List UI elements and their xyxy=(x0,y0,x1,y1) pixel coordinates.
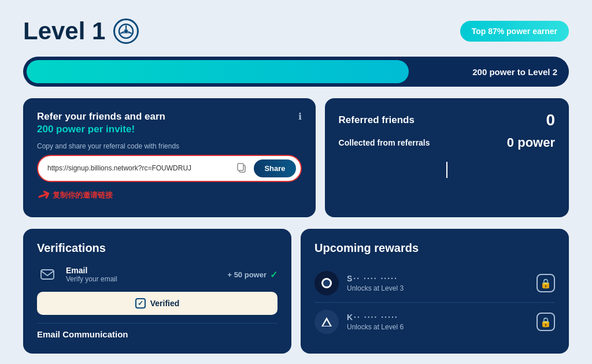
referral-url: https://signup.billions.network?rc=FOUWD… xyxy=(47,164,230,173)
progress-container: 200 power to Level 2 xyxy=(23,57,569,87)
lock-icon-0: 🔒 xyxy=(536,274,555,292)
email-comm-title: Email Communication xyxy=(37,329,278,339)
referral-card: Refer your friends and earn 200 power pe… xyxy=(23,98,316,217)
annotation: ➜ 复制你的邀请链接 xyxy=(37,185,302,205)
reward-info-0: S·· ···· ····· Unlocks at Level 3 xyxy=(347,274,528,292)
collected-row: Collected from referrals 0 power xyxy=(339,135,555,150)
verifications-title: Verifications xyxy=(37,242,278,255)
middle-cards-row: Refer your friends and earn 200 power pe… xyxy=(23,98,569,217)
progress-bar xyxy=(27,60,409,83)
copy-button[interactable] xyxy=(234,161,249,176)
reward-name-0: S·· ···· ····· xyxy=(347,274,528,283)
level-title-group: Level 1 xyxy=(23,17,139,45)
svg-rect-7 xyxy=(41,270,54,279)
collected-label: Collected from referrals xyxy=(339,138,430,147)
rewards-title: Upcoming rewards xyxy=(314,242,555,255)
reward-info-1: K·· ···· ····· Unlocks at Level 6 xyxy=(347,313,528,331)
referred-title: Referred friends xyxy=(339,114,415,126)
referral-title: Refer your friends and earn xyxy=(37,111,165,122)
reward-name-1: K·· ···· ····· xyxy=(347,313,528,322)
reward-item-1: K·· ···· ····· Unlocks at Level 6 🔒 xyxy=(314,303,555,341)
referred-count: 0 xyxy=(546,111,555,129)
progress-label: 200 power to Level 2 xyxy=(472,67,557,77)
referral-highlight: 200 power per invite! xyxy=(37,124,165,135)
email-info: Email Verify your email xyxy=(66,266,219,283)
email-title: Email xyxy=(66,266,219,275)
referral-subtitle: Copy and share your referral code with f… xyxy=(37,142,302,150)
annotation-text: 复制你的邀请链接 xyxy=(53,190,113,200)
reward-icon-1 xyxy=(314,310,339,334)
rewards-card: Upcoming rewards S·· ···· ····· Unlocks … xyxy=(301,229,569,354)
reward-unlock-1: Unlocks at Level 6 xyxy=(347,323,528,331)
svg-point-9 xyxy=(323,280,330,287)
reward-unlock-0: Unlocks at Level 3 xyxy=(347,284,528,292)
email-subtitle: Verify your email xyxy=(66,275,219,283)
page-header: Level 1 Top 87% power earner xyxy=(23,17,569,45)
bottom-cards-row: Verifications Email Verify your email + … xyxy=(23,229,569,354)
referral-info-icon[interactable]: ℹ xyxy=(298,111,302,122)
verified-label: Verified xyxy=(150,299,180,308)
cursor-blink xyxy=(446,162,447,178)
level-icon xyxy=(113,18,139,44)
share-button[interactable]: Share xyxy=(254,159,295,177)
email-icon xyxy=(37,264,58,285)
svg-rect-6 xyxy=(238,164,243,170)
level-heading: Level 1 xyxy=(23,17,105,45)
referral-input-row: https://signup.billions.network?rc=FOUWD… xyxy=(37,155,302,182)
collected-value: 0 power xyxy=(507,135,555,150)
email-power: + 50 power ✓ xyxy=(227,269,278,280)
verified-button[interactable]: ✓ Verified xyxy=(37,292,278,315)
verified-check-icon: ✓ xyxy=(270,269,278,280)
verifications-card: Verifications Email Verify your email + … xyxy=(23,229,291,354)
email-verification-item: Email Verify your email + 50 power ✓ xyxy=(37,264,278,285)
reward-item-0: S·· ···· ····· Unlocks at Level 3 🔒 xyxy=(314,264,555,303)
lock-icon-1: 🔒 xyxy=(536,313,555,331)
referred-header: Referred friends 0 xyxy=(339,111,555,129)
referred-card: Referred friends 0 Collected from referr… xyxy=(325,98,569,217)
svg-point-1 xyxy=(124,29,128,33)
reward-icon-0 xyxy=(314,271,339,295)
top-badge: Top 87% power earner xyxy=(460,21,569,42)
verified-checkbox-icon: ✓ xyxy=(135,298,146,309)
verifications-divider xyxy=(37,323,278,324)
annotation-arrow-icon: ➜ xyxy=(34,184,53,206)
